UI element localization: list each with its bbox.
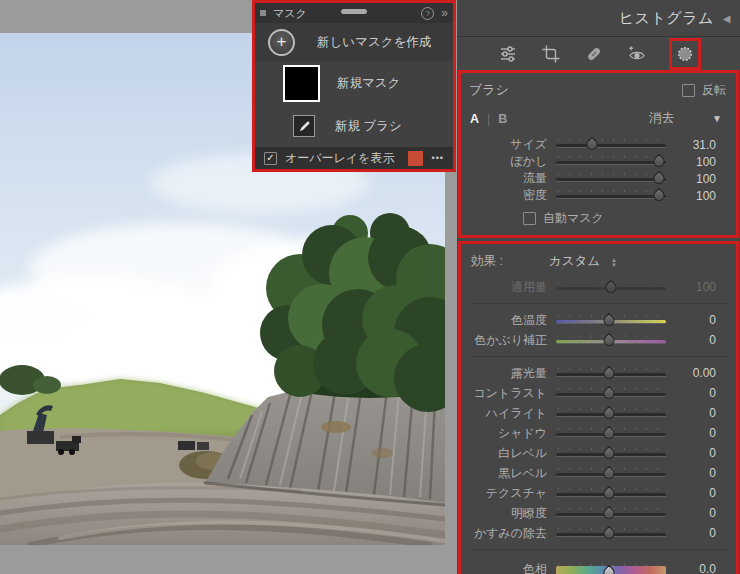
feather-label: ぼかし <box>461 153 547 170</box>
mask-list: 新規マスク 新規 ブラシ <box>255 61 453 147</box>
effects-sliders: 適用量100色温度0色かぶり補正0露光量0.00コントラスト0ハイライト0シャド… <box>461 272 736 574</box>
mask-item-label: 新規 ブラシ <box>335 118 402 135</box>
amount-value: 100 <box>675 280 736 294</box>
drag-handle[interactable] <box>341 9 367 14</box>
slider-ticks <box>558 156 664 158</box>
amount-slider[interactable] <box>556 280 666 295</box>
blacks-slider[interactable] <box>556 466 666 481</box>
auto-mask-toggle[interactable]: 自動マスク <box>523 210 736 227</box>
temp-value: 0 <box>675 313 736 327</box>
clarity-row: 明瞭度0 <box>461 503 736 523</box>
auto-mask-checkbox[interactable] <box>523 212 536 225</box>
clarity-label: 明瞭度 <box>461 505 547 522</box>
flow-row: 流量100 <box>461 170 736 187</box>
brush-b-tab[interactable]: B <box>498 112 507 126</box>
highlights-slider[interactable] <box>556 406 666 421</box>
feather-slider[interactable] <box>556 154 666 169</box>
brush-ab-row: A | B 消去 ▼ <box>461 99 736 129</box>
brush-ab-separator: | <box>487 112 490 126</box>
preset-dropdown[interactable]: カスタム <box>549 253 600 270</box>
slider-ticks <box>558 139 664 141</box>
whites-row: 白レベル0 <box>461 443 736 463</box>
flow-label: 流量 <box>461 170 547 187</box>
brush-panel-header: ブラシ 反転 <box>461 73 736 99</box>
temp-slider[interactable] <box>556 313 666 328</box>
masking-tool-icon[interactable] <box>674 43 696 65</box>
histogram-header[interactable]: ヒストグラム ◀ <box>457 0 740 36</box>
shadows-row: シャドウ0 <box>461 423 736 443</box>
density-slider[interactable] <box>556 188 666 203</box>
tool-strip <box>457 38 740 70</box>
highlights-label: ハイライト <box>461 405 547 422</box>
dehaze-label: かすみの除去 <box>461 525 547 542</box>
edit-tool-icon[interactable] <box>497 43 519 65</box>
exposure-label: 露光量 <box>461 365 547 382</box>
highlights-row: ハイライト0 <box>461 403 736 423</box>
shadows-label: シャドウ <box>461 425 547 442</box>
brush-options-dropdown-icon[interactable]: ▼ <box>712 113 722 124</box>
invert-toggle[interactable]: 反転 <box>682 82 726 99</box>
red-eye-tool-icon[interactable] <box>626 43 648 65</box>
mask-item-label: 新規マスク <box>337 75 400 92</box>
overlay-color-swatch[interactable] <box>408 151 423 166</box>
size-slider[interactable] <box>556 137 666 152</box>
amount-row: 適用量100 <box>461 277 736 297</box>
dehaze-slider[interactable] <box>556 526 666 541</box>
exposure-row: 露光量0.00 <box>461 363 736 383</box>
plus-icon[interactable]: + <box>268 29 295 56</box>
brush-a-tab[interactable]: A <box>470 112 479 126</box>
density-value: 100 <box>675 189 736 203</box>
flow-slider-track <box>556 178 666 181</box>
temp-row: 色温度0 <box>461 310 736 330</box>
tint-row: 色かぶり補正0 <box>461 330 736 350</box>
mask-item-new-mask[interactable]: 新規マスク <box>255 61 453 105</box>
effects-panel: 効果 : カスタム ▴▾ 適用量100色温度0色かぶり補正0露光量0.00コント… <box>458 241 739 574</box>
dehaze-value: 0 <box>675 526 736 540</box>
effects-header: 効果 : カスタム ▴▾ <box>461 244 736 272</box>
erase-mode-button[interactable]: 消去 <box>649 110 674 127</box>
invert-checkbox[interactable] <box>682 84 695 97</box>
mask-panel-titlebar[interactable]: マスク ? » <box>255 3 453 23</box>
overlay-checkbox[interactable]: ✓ <box>264 152 277 165</box>
shadows-value: 0 <box>675 426 736 440</box>
tint-slider[interactable] <box>556 333 666 348</box>
help-icon[interactable]: ? <box>421 7 434 20</box>
brush-icon[interactable] <box>293 115 315 137</box>
texture-value: 0 <box>675 486 736 500</box>
feather-slider-track <box>556 161 666 164</box>
shadows-slider[interactable] <box>556 426 666 441</box>
highlights-value: 0 <box>675 406 736 420</box>
mask-item-new-brush[interactable]: 新規 ブラシ <box>255 105 453 147</box>
create-new-mask-button[interactable]: + 新しいマスクを作成 <box>255 23 453 61</box>
texture-slider[interactable] <box>556 486 666 501</box>
panel-collapse-icon[interactable]: ◀ <box>723 13 731 24</box>
mask-thumbnail[interactable] <box>283 65 320 102</box>
more-options-icon[interactable]: ••• <box>432 153 444 163</box>
effects-title: 効果 : <box>471 253 503 270</box>
crop-tool-icon[interactable] <box>540 43 562 65</box>
contrast-value: 0 <box>675 386 736 400</box>
clarity-slider[interactable] <box>556 506 666 521</box>
expand-panel-icon[interactable]: » <box>441 6 448 20</box>
slider-ticks <box>558 173 664 175</box>
density-label: 密度 <box>461 187 547 204</box>
preset-dropdown-icon[interactable]: ▴▾ <box>612 257 616 267</box>
texture-label: テクスチャ <box>461 485 547 502</box>
hue-value: 0.0 <box>675 562 736 574</box>
brush-panel-title: ブラシ <box>469 81 509 99</box>
invert-label: 反転 <box>702 82 726 99</box>
flow-slider[interactable] <box>556 171 666 186</box>
contrast-label: コントラスト <box>461 385 547 402</box>
healing-tool-icon[interactable] <box>583 43 605 65</box>
flow-value: 100 <box>675 172 736 186</box>
exposure-slider[interactable] <box>556 366 666 381</box>
contrast-slider[interactable] <box>556 386 666 401</box>
group-divider <box>470 356 727 357</box>
slider-ticks <box>558 190 664 192</box>
hue-slider[interactable] <box>556 562 666 574</box>
overlay-toggle-row: ✓ オーバーレイを表示 ••• <box>255 147 453 169</box>
size-row: サイズ31.0 <box>461 136 736 153</box>
hue-label: 色相 <box>461 561 547 574</box>
auto-mask-label: 自動マスク <box>543 210 604 227</box>
whites-slider[interactable] <box>556 446 666 461</box>
